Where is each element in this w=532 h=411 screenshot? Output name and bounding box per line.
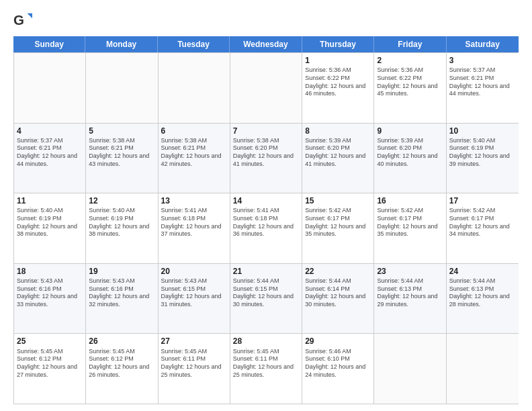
cell-info: Sunrise: 5:44 AM Sunset: 6:13 PM Dayligh… bbox=[377, 277, 443, 309]
day-number: 7 bbox=[233, 126, 299, 136]
cell-info: Sunrise: 5:41 AM Sunset: 6:18 PM Dayligh… bbox=[233, 207, 299, 238]
cell-info: Sunrise: 5:42 AM Sunset: 6:17 PM Dayligh… bbox=[377, 207, 443, 238]
calendar-row-3: 18Sunrise: 5:43 AM Sunset: 6:16 PM Dayli… bbox=[14, 263, 519, 334]
cell-info: Sunrise: 5:45 AM Sunset: 6:11 PM Dayligh… bbox=[161, 348, 227, 379]
cell-info: Sunrise: 5:36 AM Sunset: 6:22 PM Dayligh… bbox=[377, 66, 443, 98]
calendar-cell: 5Sunrise: 5:38 AM Sunset: 6:21 PM Daylig… bbox=[86, 124, 158, 193]
calendar-cell: 22Sunrise: 5:44 AM Sunset: 6:14 PM Dayli… bbox=[302, 264, 374, 334]
day-number: 19 bbox=[89, 266, 154, 277]
calendar-cell bbox=[159, 53, 230, 123]
calendar-cell: 26Sunrise: 5:45 AM Sunset: 6:12 PM Dayli… bbox=[86, 334, 158, 404]
day-number: 27 bbox=[161, 336, 227, 347]
calendar-cell: 25Sunrise: 5:45 AM Sunset: 6:12 PM Dayli… bbox=[14, 334, 86, 404]
cell-info: Sunrise: 5:45 AM Sunset: 6:11 PM Dayligh… bbox=[233, 348, 299, 379]
day-number: 9 bbox=[377, 126, 443, 136]
calendar-cell: 29Sunrise: 5:46 AM Sunset: 6:10 PM Dayli… bbox=[302, 334, 374, 404]
cell-info: Sunrise: 5:44 AM Sunset: 6:13 PM Dayligh… bbox=[449, 277, 516, 309]
calendar-row-0: 1Sunrise: 5:36 AM Sunset: 6:22 PM Daylig… bbox=[14, 52, 519, 123]
header-day-friday: Friday bbox=[374, 36, 446, 52]
calendar-cell: 28Sunrise: 5:45 AM Sunset: 6:11 PM Dayli… bbox=[230, 334, 302, 404]
day-number: 16 bbox=[377, 195, 443, 206]
calendar-cell: 14Sunrise: 5:41 AM Sunset: 6:18 PM Dayli… bbox=[230, 193, 302, 263]
cell-info: Sunrise: 5:38 AM Sunset: 6:21 PM Dayligh… bbox=[89, 137, 154, 169]
day-number: 18 bbox=[17, 266, 83, 277]
day-number: 6 bbox=[161, 126, 227, 136]
day-number: 20 bbox=[161, 266, 227, 277]
calendar-cell: 8Sunrise: 5:39 AM Sunset: 6:20 PM Daylig… bbox=[302, 124, 374, 193]
day-number: 2 bbox=[377, 55, 443, 66]
header-day-thursday: Thursday bbox=[302, 36, 374, 52]
page-header: G bbox=[13, 11, 519, 30]
calendar-cell: 21Sunrise: 5:44 AM Sunset: 6:15 PM Dayli… bbox=[230, 264, 302, 334]
header-day-sunday: Sunday bbox=[13, 36, 85, 52]
calendar-cell: 19Sunrise: 5:43 AM Sunset: 6:16 PM Dayli… bbox=[86, 264, 158, 334]
cell-info: Sunrise: 5:39 AM Sunset: 6:20 PM Dayligh… bbox=[377, 137, 443, 169]
cell-info: Sunrise: 5:43 AM Sunset: 6:15 PM Dayligh… bbox=[161, 277, 227, 309]
logo: G bbox=[13, 11, 35, 30]
cell-info: Sunrise: 5:40 AM Sunset: 6:19 PM Dayligh… bbox=[449, 137, 516, 169]
cell-info: Sunrise: 5:45 AM Sunset: 6:12 PM Dayligh… bbox=[17, 348, 83, 379]
calendar-cell: 2Sunrise: 5:36 AM Sunset: 6:22 PM Daylig… bbox=[374, 53, 446, 123]
calendar-row-4: 25Sunrise: 5:45 AM Sunset: 6:12 PM Dayli… bbox=[14, 333, 519, 404]
day-number: 15 bbox=[305, 195, 371, 206]
day-number: 12 bbox=[89, 195, 154, 206]
cell-info: Sunrise: 5:39 AM Sunset: 6:20 PM Dayligh… bbox=[305, 137, 371, 169]
day-number: 11 bbox=[17, 195, 83, 206]
cell-info: Sunrise: 5:43 AM Sunset: 6:16 PM Dayligh… bbox=[17, 277, 83, 309]
calendar-cell bbox=[230, 53, 302, 123]
cell-info: Sunrise: 5:36 AM Sunset: 6:22 PM Dayligh… bbox=[305, 66, 371, 98]
calendar-row-1: 4Sunrise: 5:37 AM Sunset: 6:21 PM Daylig… bbox=[14, 123, 519, 193]
calendar-cell: 17Sunrise: 5:42 AM Sunset: 6:17 PM Dayli… bbox=[447, 193, 519, 263]
calendar-cell: 12Sunrise: 5:40 AM Sunset: 6:19 PM Dayli… bbox=[86, 193, 158, 263]
calendar-cell bbox=[447, 334, 519, 404]
calendar-cell: 7Sunrise: 5:38 AM Sunset: 6:20 PM Daylig… bbox=[230, 124, 302, 193]
day-number: 1 bbox=[305, 55, 371, 66]
calendar-row-2: 11Sunrise: 5:40 AM Sunset: 6:19 PM Dayli… bbox=[14, 193, 519, 263]
day-number: 24 bbox=[449, 266, 516, 277]
day-number: 17 bbox=[449, 195, 516, 206]
calendar-cell: 11Sunrise: 5:40 AM Sunset: 6:19 PM Dayli… bbox=[14, 193, 86, 263]
cell-info: Sunrise: 5:44 AM Sunset: 6:15 PM Dayligh… bbox=[233, 277, 299, 309]
cell-info: Sunrise: 5:37 AM Sunset: 6:21 PM Dayligh… bbox=[449, 66, 516, 98]
cell-info: Sunrise: 5:41 AM Sunset: 6:18 PM Dayligh… bbox=[161, 207, 227, 238]
day-number: 21 bbox=[233, 266, 299, 277]
calendar-cell: 6Sunrise: 5:38 AM Sunset: 6:21 PM Daylig… bbox=[159, 124, 230, 193]
calendar-cell: 13Sunrise: 5:41 AM Sunset: 6:18 PM Dayli… bbox=[159, 193, 230, 263]
calendar-cell: 27Sunrise: 5:45 AM Sunset: 6:11 PM Dayli… bbox=[159, 334, 230, 404]
calendar-cell: 4Sunrise: 5:37 AM Sunset: 6:21 PM Daylig… bbox=[14, 124, 86, 193]
day-number: 28 bbox=[233, 336, 299, 347]
day-number: 3 bbox=[449, 55, 516, 66]
day-number: 23 bbox=[377, 266, 443, 277]
calendar: SundayMondayTuesdayWednesdayThursdayFrid… bbox=[13, 36, 519, 404]
calendar-cell: 20Sunrise: 5:43 AM Sunset: 6:15 PM Dayli… bbox=[159, 264, 230, 334]
calendar-cell: 23Sunrise: 5:44 AM Sunset: 6:13 PM Dayli… bbox=[374, 264, 446, 334]
day-number: 29 bbox=[305, 336, 371, 347]
calendar-cell: 9Sunrise: 5:39 AM Sunset: 6:20 PM Daylig… bbox=[374, 124, 446, 193]
calendar-cell: 3Sunrise: 5:37 AM Sunset: 6:21 PM Daylig… bbox=[447, 53, 519, 123]
header-day-wednesday: Wednesday bbox=[230, 36, 302, 52]
cell-info: Sunrise: 5:46 AM Sunset: 6:10 PM Dayligh… bbox=[305, 348, 371, 379]
header-day-tuesday: Tuesday bbox=[158, 36, 230, 52]
day-number: 26 bbox=[89, 336, 154, 347]
day-number: 22 bbox=[305, 266, 371, 277]
day-number: 13 bbox=[161, 195, 227, 206]
day-number: 14 bbox=[233, 195, 299, 206]
cell-info: Sunrise: 5:38 AM Sunset: 6:21 PM Dayligh… bbox=[161, 137, 227, 169]
day-number: 25 bbox=[17, 336, 83, 347]
calendar-header: SundayMondayTuesdayWednesdayThursdayFrid… bbox=[13, 36, 519, 52]
calendar-cell: 10Sunrise: 5:40 AM Sunset: 6:19 PM Dayli… bbox=[447, 124, 519, 193]
cell-info: Sunrise: 5:40 AM Sunset: 6:19 PM Dayligh… bbox=[89, 207, 154, 238]
svg-text:G: G bbox=[13, 12, 24, 28]
cell-info: Sunrise: 5:42 AM Sunset: 6:17 PM Dayligh… bbox=[449, 207, 516, 238]
cell-info: Sunrise: 5:42 AM Sunset: 6:17 PM Dayligh… bbox=[305, 207, 371, 238]
calendar-cell bbox=[86, 53, 158, 123]
cell-info: Sunrise: 5:43 AM Sunset: 6:16 PM Dayligh… bbox=[89, 277, 154, 309]
header-day-monday: Monday bbox=[85, 36, 157, 52]
cell-info: Sunrise: 5:37 AM Sunset: 6:21 PM Dayligh… bbox=[17, 137, 83, 169]
calendar-cell: 1Sunrise: 5:36 AM Sunset: 6:22 PM Daylig… bbox=[302, 53, 374, 123]
calendar-cell: 15Sunrise: 5:42 AM Sunset: 6:17 PM Dayli… bbox=[302, 193, 374, 263]
header-day-saturday: Saturday bbox=[447, 36, 519, 52]
day-number: 4 bbox=[17, 126, 83, 136]
cell-info: Sunrise: 5:40 AM Sunset: 6:19 PM Dayligh… bbox=[17, 207, 83, 238]
cell-info: Sunrise: 5:45 AM Sunset: 6:12 PM Dayligh… bbox=[89, 348, 154, 379]
